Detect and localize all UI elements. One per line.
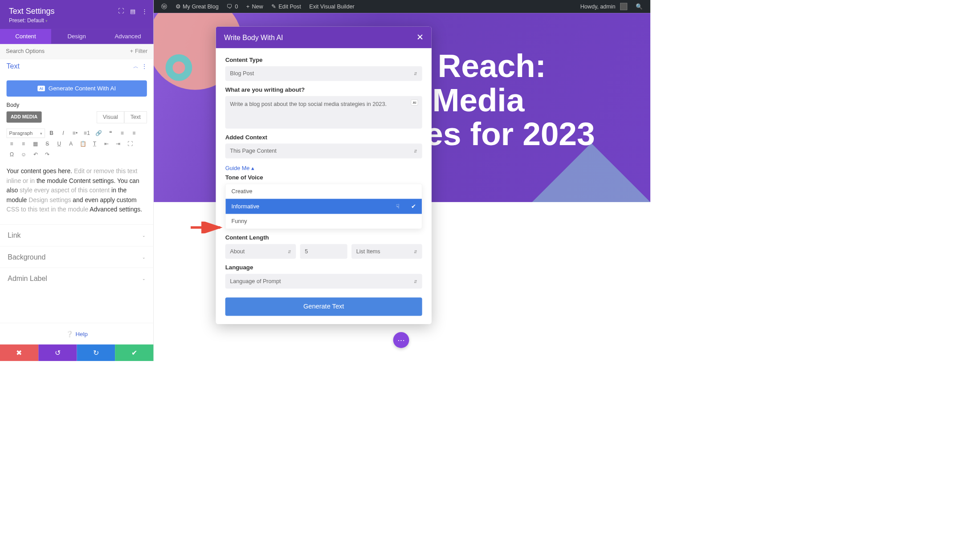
ul-icon[interactable]: ≡•	[70, 129, 81, 138]
tab-design[interactable]: Design	[51, 29, 102, 44]
chevron-up-icon: ▴	[251, 165, 254, 171]
settings-sidebar: Text Settings Preset: Default ▾ ⛶ ▤ ⋮ Co…	[0, 0, 154, 361]
comment-icon: 🗨	[227, 3, 233, 10]
exit-visual-builder[interactable]: Exit Visual Builder	[305, 3, 359, 10]
preset-selector[interactable]: Preset: Default ▾	[9, 17, 145, 24]
tab-content[interactable]: Content	[0, 29, 51, 44]
editor-content[interactable]: Your content goes here. Edit or remove t…	[7, 162, 147, 219]
bottom-actions: ✖ ↺ ↻ ✔	[0, 345, 153, 361]
accordion-admin-label[interactable]: Admin Label⌄	[0, 268, 153, 289]
undo-icon[interactable]: ↶	[30, 150, 41, 159]
sidebar-tabs: Content Design Advanced	[0, 29, 153, 44]
dots-icon: ⋯	[397, 336, 405, 345]
columns-icon[interactable]: ▤	[130, 8, 136, 15]
search-row: +Filter	[0, 44, 153, 59]
comments-link[interactable]: 🗨0	[223, 3, 242, 10]
language-label: Language	[225, 264, 422, 271]
tone-option-creative[interactable]: Creative	[225, 184, 422, 199]
align-center-icon[interactable]: ≡	[129, 129, 139, 138]
search-toggle[interactable]: 🔍	[631, 3, 647, 10]
howdy-user[interactable]: Howdy, admin	[576, 3, 631, 10]
redo-icon[interactable]: ↷	[42, 150, 53, 159]
content-type-select[interactable]: Blog Post	[225, 66, 422, 81]
search-input[interactable]	[6, 48, 130, 55]
length-about-select[interactable]: About	[225, 244, 296, 259]
editor-tab-visual[interactable]: Visual	[97, 111, 124, 123]
save-button[interactable]: ✔	[115, 345, 153, 361]
bold-icon[interactable]: B	[46, 129, 57, 138]
filter-button[interactable]: +Filter	[130, 48, 147, 55]
add-media-button[interactable]: ADD MEDIA	[7, 111, 42, 122]
text-section-header[interactable]: Text ︿⋮	[0, 59, 153, 75]
guide-me-toggle[interactable]: Guide Me ▴	[225, 165, 422, 171]
align-right-icon[interactable]: ≡	[7, 139, 17, 149]
context-select[interactable]: This Page Content	[225, 144, 422, 158]
ai-chip-icon[interactable]: AI	[411, 100, 418, 106]
site-name[interactable]: ⚙My Great Blog	[171, 3, 223, 10]
language-select[interactable]: Language of Prompt	[225, 274, 422, 288]
redo-button[interactable]: ↻	[77, 345, 115, 361]
close-icon[interactable]: ✕	[416, 32, 423, 42]
search-icon: 🔍	[636, 3, 643, 10]
content-type-label: Content Type	[225, 57, 422, 63]
accordion-link[interactable]: Link⌄	[0, 224, 153, 246]
special-char-icon[interactable]: Ω	[7, 150, 17, 159]
avatar	[620, 3, 627, 10]
more-icon[interactable]: ⋮	[142, 8, 147, 15]
section-more-icon[interactable]: ⋮	[142, 63, 147, 69]
outdent-icon[interactable]: ⇤	[101, 139, 112, 149]
quote-icon[interactable]: ❝	[105, 129, 116, 138]
generate-text-button[interactable]: Generate Text	[225, 297, 422, 316]
accordion-background[interactable]: Background⌄	[0, 246, 153, 267]
help-link[interactable]: ❔Help	[0, 323, 153, 344]
table-icon[interactable]: ▦	[30, 139, 41, 149]
cancel-button[interactable]: ✖	[0, 345, 38, 361]
editor-tab-text[interactable]: Text	[124, 111, 147, 123]
new-link[interactable]: +New	[242, 3, 267, 10]
undo-button[interactable]: ↺	[38, 345, 77, 361]
strike-icon[interactable]: S	[42, 139, 53, 149]
pencil-icon: ✎	[271, 3, 276, 10]
home-icon: ⚙	[176, 3, 180, 10]
annotation-arrow	[189, 222, 225, 235]
textcolor-icon[interactable]: A	[65, 139, 76, 149]
about-textarea[interactable]: Write a blog post about the top social m…	[225, 96, 422, 129]
align-left-icon[interactable]: ≡	[117, 129, 128, 138]
clear-format-icon[interactable]: T	[89, 139, 100, 149]
ol-icon[interactable]: ≡1	[82, 129, 92, 138]
chevron-up-icon: ︿	[133, 63, 139, 70]
tone-option-funny[interactable]: Funny	[225, 214, 422, 228]
format-select[interactable]: Paragraph▾	[7, 129, 45, 138]
builder-fab[interactable]: ⋯	[393, 332, 409, 348]
cursor-icon: ☟	[396, 203, 400, 210]
tone-dropdown: Creative Informative ☟ ✔ Funny	[225, 184, 422, 229]
fullscreen-icon[interactable]: ⛶	[125, 139, 135, 149]
modal-header: Write Body With AI ✕	[216, 27, 431, 48]
underline-icon[interactable]: U	[54, 139, 65, 149]
context-label: Added Context	[225, 134, 422, 141]
generate-content-ai-button[interactable]: AI Generate Content With AI	[7, 80, 147, 96]
wp-admin-bar: ⓦ ⚙My Great Blog 🗨0 +New ✎Edit Post Exit…	[154, 0, 650, 13]
about-label: What are you writing about?	[225, 86, 422, 93]
plus-icon: +	[246, 3, 249, 10]
indent-icon[interactable]: ⇥	[113, 139, 123, 149]
length-count-input[interactable]	[300, 244, 347, 259]
length-label: Content Length	[225, 234, 422, 241]
tab-advanced[interactable]: Advanced	[102, 29, 154, 44]
link-icon[interactable]: 🔗	[94, 129, 104, 138]
focus-icon[interactable]: ⛶	[118, 8, 124, 15]
paste-icon[interactable]: 📋	[78, 139, 88, 149]
italic-icon[interactable]: I	[58, 129, 69, 138]
wordpress-icon: ⓦ	[161, 3, 167, 10]
editor-toolbar: Paragraph▾ B I ≡• ≡1 🔗 ❝ ≡ ≡ ≡ ≡ ▦ S U A…	[7, 126, 147, 162]
length-unit-select[interactable]: List Items	[351, 244, 422, 259]
align-justify-icon[interactable]: ≡	[18, 139, 29, 149]
tone-label: Tone of Voice	[225, 174, 422, 181]
check-icon: ✔	[411, 203, 416, 210]
wp-logo[interactable]: ⓦ	[157, 3, 171, 10]
ai-write-modal: Write Body With AI ✕ Content Type Blog P…	[216, 27, 431, 324]
emoji-icon[interactable]: ☺	[18, 150, 29, 159]
edit-post-link[interactable]: ✎Edit Post	[267, 3, 305, 10]
tone-option-informative[interactable]: Informative ☟ ✔	[225, 199, 422, 214]
sidebar-header: Text Settings Preset: Default ▾ ⛶ ▤ ⋮	[0, 0, 153, 29]
